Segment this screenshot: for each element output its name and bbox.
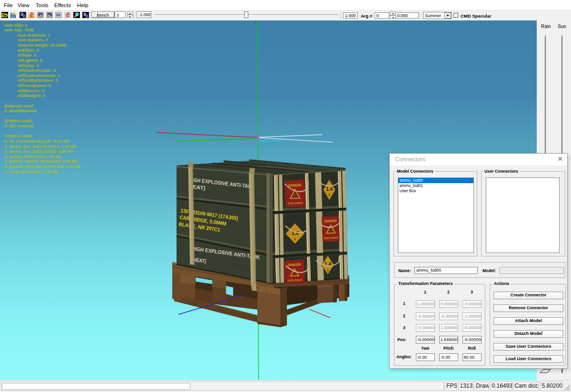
- svg-text:DANGER: DANGER: [288, 263, 301, 267]
- svg-text:EXPLOSIVE: EXPLOSIVE: [288, 201, 304, 205]
- svg-text:ammo_lod00: ammo_lod00: [261, 139, 280, 143]
- svg-text:DANGER: DANGER: [288, 183, 302, 188]
- svg-text:1: 1: [294, 237, 296, 241]
- svg-text:DANGER: DANGER: [324, 219, 337, 224]
- svg-text:1.4: 1.4: [326, 186, 333, 192]
- svg-text:EXPLOSIVE: EXPLOSIVE: [288, 278, 302, 282]
- svg-text:1: 1: [327, 268, 329, 272]
- svg-text:EXPLOSIVE: EXPLOSIVE: [324, 236, 338, 239]
- svg-text:1: 1: [328, 193, 330, 196]
